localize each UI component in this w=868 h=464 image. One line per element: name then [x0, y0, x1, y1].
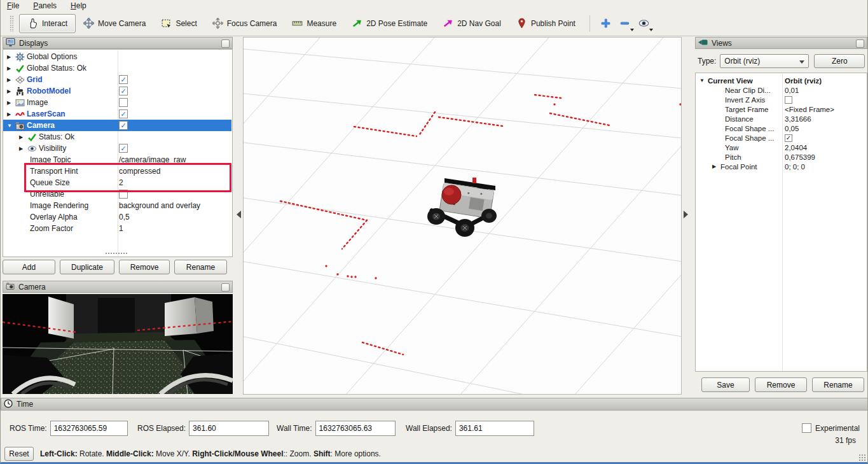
tool-measure[interactable]: Measure [284, 14, 344, 33]
wall-time-input[interactable] [315, 421, 396, 436]
tree-splitter-grip[interactable] [105, 252, 128, 255]
grid-checkbox[interactable]: ✓ [119, 75, 128, 84]
wall-elapsed-input[interactable] [455, 421, 534, 436]
displays-panel-header[interactable]: Displays [3, 37, 233, 49]
ros-elapsed-input[interactable] [189, 421, 269, 436]
tool-2d-nav-goal[interactable]: 2D Nav Goal [435, 14, 509, 33]
display-row-global-status[interactable]: ▶ Global Status: Ok [3, 62, 231, 74]
view-row-focal-point[interactable]: ▶ Focal Point 0; 0; 0 [696, 162, 866, 171]
resize-grip[interactable] [858, 454, 866, 461]
tool-select[interactable]: Select [153, 14, 204, 33]
visibility-button[interactable] [635, 14, 654, 33]
reset-button[interactable]: Reset [4, 447, 34, 461]
collapse-left-panel-arrow[interactable] [237, 211, 241, 218]
row-value[interactable]: 0,675399 [785, 152, 815, 162]
view-row-yaw[interactable]: Yaw 2,0404 [696, 143, 866, 152]
invert-z-checkbox[interactable] [785, 96, 792, 104]
focal-shape-checkbox[interactable]: ✓ [785, 134, 792, 142]
panel-float-button[interactable] [856, 39, 864, 48]
tool-focus-camera[interactable]: Focus Camera [205, 14, 285, 33]
ros-time-input[interactable] [50, 421, 128, 436]
save-button[interactable]: Save [701, 377, 750, 392]
panel-float-button[interactable] [221, 283, 230, 292]
display-row-laserscan[interactable]: ▶ LaserScan ✓ [3, 108, 231, 120]
row-value[interactable]: 0,05 [785, 123, 799, 133]
time-panel-header[interactable]: Time [1, 398, 868, 411]
property-row-transport-hint[interactable]: Transport Hint compressed [3, 165, 231, 177]
view-row-invert-z[interactable]: Invert Z Axis [696, 95, 866, 104]
collapse-right-panel-arrow[interactable] [684, 211, 688, 218]
view-row-focal-shape-fixed[interactable]: Focal Shape ... ✓ [696, 133, 866, 143]
display-row-robotmodel[interactable]: ▶ RobotModel ✓ [3, 85, 231, 97]
display-row-camera[interactable]: ▼ Camera ✓ [3, 120, 231, 131]
tool-move-camera[interactable]: Move Camera [76, 14, 153, 33]
row-value[interactable]: <Fixed Frame> [785, 104, 834, 114]
display-row-global-options[interactable]: ▶ Global Options [3, 51, 231, 62]
row-value[interactable]: 1 [119, 223, 123, 234]
views-remove-button[interactable]: Remove [755, 377, 807, 392]
view-row-distance[interactable]: Distance 3,31666 [696, 114, 866, 123]
laserscan-checkbox[interactable]: ✓ [119, 109, 128, 118]
remove-button[interactable]: Remove [119, 260, 170, 274]
display-row-visibility[interactable]: ▶ Visibility ✓ [3, 143, 231, 154]
view-row-near-clip[interactable]: Near Clip Di... 0,01 [696, 85, 866, 95]
display-row-camera-status[interactable]: ▶ Status: Ok [3, 131, 231, 143]
expander-icon[interactable]: ▶ [7, 111, 15, 117]
row-value[interactable]: /camera/image_raw [119, 154, 186, 165]
row-value[interactable]: 0,01 [785, 85, 799, 95]
menu-help[interactable]: Help [71, 1, 86, 10]
property-row-zoom-factor[interactable]: Zoom Factor 1 [3, 223, 231, 234]
view-row-focal-shape-size[interactable]: Focal Shape ... 0,05 [696, 123, 866, 133]
view-type-dropdown[interactable]: Orbit (rviz) [720, 54, 809, 68]
zoom-out-button[interactable] [616, 14, 635, 33]
menu-panels[interactable]: Panels [33, 1, 57, 10]
row-value[interactable]: background and overlay [119, 200, 200, 211]
row-value[interactable]: compressed [119, 165, 160, 177]
unreliable-checkbox[interactable] [119, 190, 128, 199]
display-row-image[interactable]: ▶ Image [3, 97, 231, 108]
row-value[interactable]: 2,0404 [785, 143, 807, 152]
view-row-target-frame[interactable]: Target Frame <Fixed Frame> [696, 104, 866, 114]
property-row-image-topic[interactable]: Image Topic /camera/image_raw [3, 154, 231, 165]
3d-viewport[interactable] [243, 37, 682, 395]
row-value[interactable]: 2 [119, 177, 123, 188]
robotmodel-checkbox[interactable]: ✓ [119, 87, 128, 95]
expander-icon[interactable]: ▶ [7, 100, 15, 106]
view-row-pitch[interactable]: Pitch 0,675399 [696, 152, 866, 162]
expander-icon[interactable]: ▶ [19, 146, 27, 151]
expander-icon[interactable]: ▼ [699, 78, 708, 83]
zero-button[interactable]: Zero [814, 54, 865, 68]
add-button[interactable]: Add [3, 260, 55, 274]
expander-icon[interactable]: ▶ [7, 88, 15, 94]
tool-publish-point[interactable]: Publish Point [509, 14, 583, 33]
property-row-queue-size[interactable]: Queue Size 2 [3, 177, 231, 188]
camera-checkbox[interactable]: ✓ [119, 121, 128, 130]
property-row-overlay-alpha[interactable]: Overlay Alpha 0,5 [3, 211, 231, 223]
rename-button[interactable]: Rename [174, 260, 227, 274]
row-value[interactable]: 0,5 [119, 211, 130, 223]
camera-panel-header[interactable]: Camera [3, 281, 233, 293]
visibility-checkbox[interactable]: ✓ [119, 144, 128, 153]
panel-float-button[interactable] [221, 39, 230, 48]
property-row-unreliable[interactable]: Unreliable [3, 188, 231, 200]
zoom-in-button[interactable] [596, 14, 616, 33]
row-value[interactable]: 0; 0; 0 [785, 162, 805, 171]
image-checkbox[interactable] [119, 98, 128, 107]
duplicate-button[interactable]: Duplicate [60, 260, 114, 274]
expander-icon[interactable]: ▶ [7, 77, 15, 83]
expander-icon[interactable]: ▶ [7, 54, 15, 60]
views-rename-button[interactable]: Rename [812, 377, 864, 392]
tool-interact[interactable]: Interact [19, 14, 76, 33]
expander-icon[interactable]: ▶ [712, 164, 720, 169]
tool-2d-pose-estimate[interactable]: 2D Pose Estimate [344, 14, 435, 33]
menu-file[interactable]: File [7, 1, 19, 10]
property-row-image-rendering[interactable]: Image Rendering background and overlay [3, 200, 231, 211]
view-row-current-view[interactable]: ▼ Current View Orbit (rviz) [696, 76, 866, 85]
expander-icon[interactable]: ▶ [7, 66, 15, 71]
expander-icon[interactable]: ▼ [7, 123, 15, 129]
display-row-grid[interactable]: ▶ Grid ✓ [3, 74, 231, 85]
experimental-checkbox[interactable] [802, 423, 811, 433]
row-value[interactable]: 3,31666 [785, 114, 811, 123]
views-panel-header[interactable]: Views [695, 37, 867, 49]
expander-icon[interactable]: ▶ [19, 134, 27, 140]
